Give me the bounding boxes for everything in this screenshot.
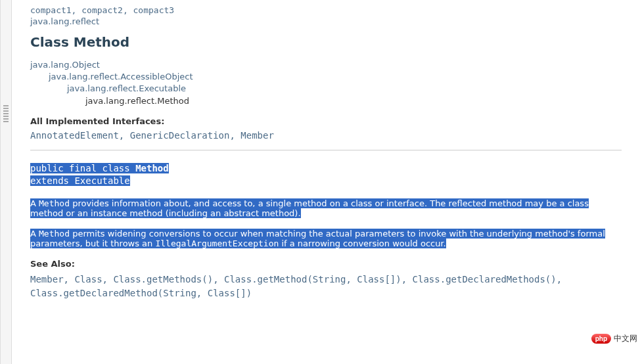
watermark-pill: php <box>591 334 611 344</box>
desc-code: IllegalArgumentException <box>155 239 279 248</box>
desc-text: A <box>30 198 39 208</box>
package-name: java.lang.reflect <box>30 16 622 26</box>
decl-extends: extends Executable <box>30 175 130 186</box>
inheritance-level-2[interactable]: java.lang.reflect.Executable <box>30 83 622 95</box>
inheritance-level-3: java.lang.reflect.Method <box>30 95 622 107</box>
class-title: Class Method <box>30 34 622 50</box>
desc-text: A <box>30 229 39 239</box>
desc-text: provides information about, and access t… <box>30 198 589 218</box>
doc-content: compact1, compact2, compact3 java.lang.r… <box>12 0 640 306</box>
decl-modifiers: public final class <box>30 163 135 173</box>
see-also-label: See Also: <box>30 259 622 269</box>
decl-class-name: Method <box>135 163 169 173</box>
desc-text: if a narrowing conversion would occur. <box>279 239 446 248</box>
implemented-interfaces-label: All Implemented Interfaces: <box>30 116 622 126</box>
desc-code: Method <box>39 229 70 239</box>
implemented-interfaces-list[interactable]: AnnotatedElement, GenericDeclaration, Me… <box>30 130 622 141</box>
inheritance-tree: java.lang.Object java.lang.reflect.Acces… <box>30 59 622 107</box>
desc-code: Method <box>39 198 70 208</box>
watermark: php 中文网 <box>591 333 637 344</box>
inheritance-level-1[interactable]: java.lang.reflect.AccessibleObject <box>30 71 622 83</box>
frame-divider[interactable] <box>0 0 12 364</box>
class-description-p2: A Method permits widening conversions to… <box>30 229 622 248</box>
class-description-p1: A Method provides information about, and… <box>30 198 622 218</box>
divider-grip-icon <box>3 105 9 124</box>
profile-list: compact1, compact2, compact3 <box>30 5 622 15</box>
separator <box>30 150 622 150</box>
watermark-text: 中文网 <box>614 333 637 344</box>
see-also-list[interactable]: Member, Class, Class.getMethods(), Class… <box>30 273 622 300</box>
inheritance-level-0[interactable]: java.lang.Object <box>30 59 622 71</box>
class-declaration: public final class Method extends Execut… <box>30 162 622 188</box>
